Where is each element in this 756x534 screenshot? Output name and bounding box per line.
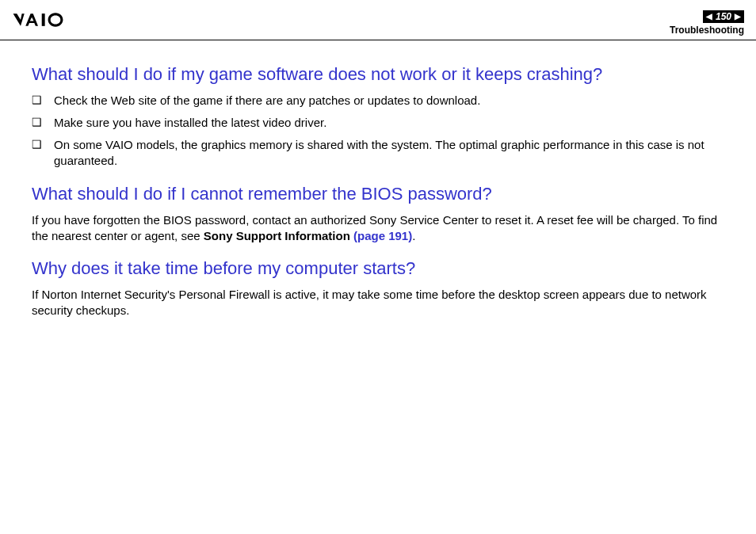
nav-prev-icon[interactable]: ◀: [706, 12, 712, 21]
question-heading: Why does it take time before my computer…: [32, 258, 736, 279]
body-text: .: [412, 229, 415, 242]
bullet-list: Check the Web site of the game if there …: [32, 93, 736, 170]
question-heading: What should I do if my game software doe…: [32, 64, 736, 85]
page-number-badge[interactable]: ◀ 150 ▶: [703, 10, 744, 23]
body-paragraph: If Norton Internet Security's Personal F…: [32, 287, 736, 319]
page-number: 150: [716, 11, 731, 22]
page-content: What should I do if my game software doe…: [0, 40, 756, 340]
vaio-logo: [12, 8, 99, 32]
body-paragraph: If you have forgotten the BIOS password,…: [32, 212, 736, 245]
list-item: Make sure you have installed the latest …: [32, 115, 736, 131]
svg-rect-0: [42, 13, 45, 26]
page-reference-link[interactable]: (page 191): [353, 229, 412, 242]
list-item: On some VAIO models, the graphics memory…: [32, 137, 736, 170]
list-item: Check the Web site of the game if there …: [32, 93, 736, 109]
page-header: ◀ 150 ▶ Troubleshooting: [0, 0, 756, 40]
bold-text: Sony Support Information: [204, 229, 353, 242]
nav-next-icon[interactable]: ▶: [735, 12, 741, 21]
question-heading: What should I do if I cannot remember th…: [32, 184, 736, 204]
section-name: Troubleshooting: [670, 25, 744, 36]
header-right: ◀ 150 ▶ Troubleshooting: [670, 8, 744, 36]
